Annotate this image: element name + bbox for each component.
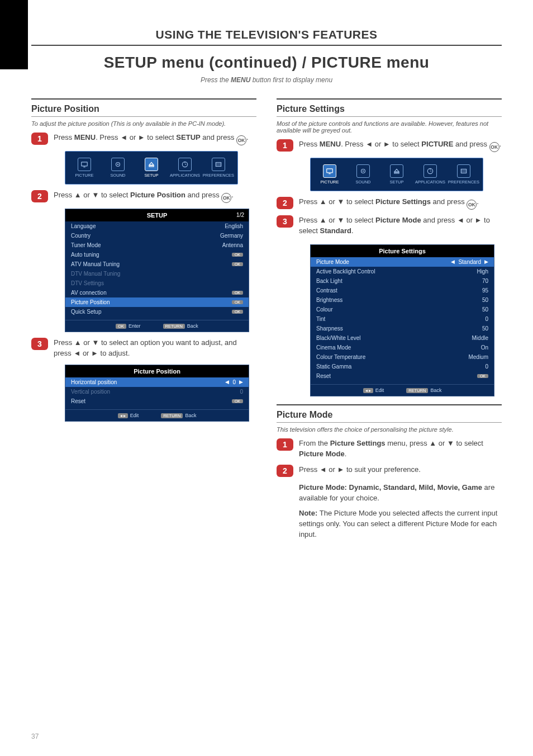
svg-rect-0 — [82, 162, 88, 166]
applications-icon — [423, 164, 437, 178]
svg-rect-11 — [394, 172, 399, 173]
svg-rect-13 — [461, 169, 466, 173]
row-value: 0 — [485, 363, 488, 370]
table-row: Picture PositionOK — [65, 297, 249, 307]
subtitle-rest: button first to display menu — [250, 76, 332, 84]
right-step-2: 2 Press ▲ or ▼ to select Picture Setting… — [277, 197, 502, 210]
svg-point-10 — [363, 171, 364, 172]
row-label: Colour Temperature — [316, 354, 365, 360]
row-value: Medium — [468, 354, 488, 360]
ps-panel-title: Picture Settings — [379, 248, 426, 254]
table-row: Horizontal position◀0▶ — [65, 377, 249, 387]
setup-icon — [145, 158, 158, 171]
row-value: Antenna — [222, 242, 243, 248]
row-value: English — [225, 223, 243, 229]
menubar-item-applications: APPLICATIONS — [413, 164, 447, 185]
applications-icon — [178, 158, 192, 171]
picture-icon — [323, 164, 336, 178]
right-column: Picture Settings Most of the picture con… — [277, 97, 502, 540]
row-value: OK — [477, 373, 488, 379]
picture-icon — [78, 158, 91, 171]
row-value: 95 — [482, 287, 488, 294]
setup-panel-title: SETUP — [147, 212, 168, 219]
table-row: Back Light70 — [311, 276, 494, 286]
menubar-item-picture: PICTURE — [313, 164, 346, 185]
subtitle-menu-key: MENU — [231, 76, 250, 84]
row-value: Germany — [220, 233, 243, 239]
table-row: Tuner ModeAntenna — [65, 240, 249, 250]
table-row: Picture Mode◀Standard▶ — [311, 257, 494, 267]
preferences-icon — [457, 164, 470, 178]
left-arrow-icon: ◀ — [451, 259, 455, 264]
left-step-3-text: Press ▲ or ▼ to select an option you wan… — [54, 338, 256, 359]
table-row: Tint0 — [311, 314, 494, 324]
pm-step-2: 2 Press ◄ or ► to suit your preference. — [277, 465, 502, 477]
row-label: Brightness — [316, 297, 342, 303]
table-row: DTV Settings — [65, 278, 249, 288]
setup-panel-page: 1/2 — [236, 212, 244, 218]
section-title-picture-settings: Picture Settings — [277, 104, 502, 114]
ok-icon: OK — [236, 135, 246, 145]
step-number-2: 2 — [277, 465, 293, 477]
row-label: Country — [71, 233, 91, 239]
menubar-item-preferences: PREFERENCES — [202, 158, 235, 178]
row-value: ◀Standard▶ — [451, 259, 488, 265]
row-label: Sharpness — [316, 325, 343, 332]
row-label: Static Gamma — [316, 363, 351, 370]
section-title-picture-mode: Picture Mode — [277, 410, 502, 420]
row-label: DTV Settings — [71, 280, 104, 286]
left-arrow-icon: ◀ — [225, 379, 229, 385]
table-row: Black/White LevelMiddle — [311, 333, 494, 343]
ok-icon: OK — [489, 142, 499, 152]
table-row: Active Backlight ControlHigh — [311, 267, 494, 276]
row-value: 50 — [482, 306, 488, 313]
row-label: Tuner Mode — [71, 242, 101, 248]
svg-rect-1 — [83, 167, 85, 167]
right-step-3: 3 Press ▲ or ▼ to select Picture Mode an… — [277, 215, 502, 237]
row-value: 0 — [485, 316, 488, 322]
ok-badge: OK — [232, 262, 243, 266]
row-label: Reset — [316, 373, 331, 379]
table-row: LanguageEnglish — [65, 221, 249, 231]
table-row: AV connectionOK — [65, 288, 249, 297]
row-label: Cinema Mode — [316, 344, 351, 351]
row-label: Back Light — [316, 278, 342, 284]
pm-step-1-text: From the Picture Settings menu, press ▲ … — [299, 438, 502, 460]
table-row: Colour TemperatureMedium — [311, 352, 494, 362]
row-value: OK — [232, 261, 243, 267]
picture-settings-panel: Picture Settings Picture Mode◀Standard▶A… — [310, 244, 494, 396]
left-column: Picture Position To adjust the picture p… — [31, 97, 256, 540]
sound-icon — [111, 158, 125, 171]
table-row: Contrast95 — [311, 286, 494, 295]
pp-panel-footer: ◂ ▸Edit RETURNBack — [65, 409, 249, 421]
row-value: OK — [232, 398, 243, 404]
row-label: Auto tuning — [71, 252, 99, 258]
row-label: Contrast — [316, 287, 337, 294]
section-title-picture-position: Picture Position — [31, 104, 256, 114]
svg-rect-4 — [149, 166, 154, 167]
table-row: CountryGermany — [65, 231, 249, 240]
table-row: Static Gamma0 — [311, 362, 494, 371]
picture-position-panel: Picture Position Horizontal position◀0▶V… — [65, 365, 249, 422]
right-arrow-icon: ▶ — [239, 379, 243, 385]
right-step-3-text: Press ▲ or ▼ to select Picture Mode and … — [299, 215, 502, 237]
row-label: Vertical position — [71, 389, 110, 395]
row-value: 70 — [482, 278, 488, 284]
ps-panel-footer: ◂ ▸Edit RETURNBack — [311, 384, 494, 396]
ok-icon: OK — [221, 193, 231, 203]
table-row: Brightness50 — [311, 295, 494, 305]
section-desc-picture-position: To adjust the picture position (This is … — [31, 120, 256, 127]
section-desc-picture-mode: This television offers the choice of per… — [277, 426, 502, 433]
picture-mode-note: Note: The Picture Mode you selected affe… — [299, 508, 502, 540]
row-label: Tint — [316, 316, 325, 322]
row-label: Quick Setup — [71, 309, 101, 315]
svg-rect-6 — [216, 163, 221, 167]
ok-badge: OK — [232, 291, 243, 295]
ok-badge: OK — [232, 310, 243, 314]
svg-rect-8 — [329, 173, 331, 174]
svg-rect-7 — [327, 169, 333, 173]
table-row: Quick SetupOK — [65, 307, 249, 316]
left-step-2: 2 Press ▲ or ▼ to select Picture Positio… — [31, 190, 256, 203]
table-row: ResetOK — [311, 371, 494, 381]
menubar-item-picture: PICTURE — [68, 158, 101, 178]
